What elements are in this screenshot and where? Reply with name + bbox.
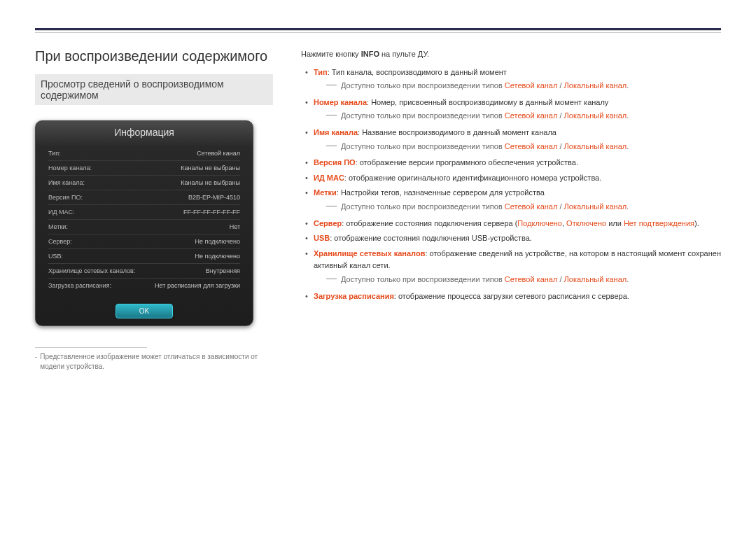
item-version-label: Версия ПО — [314, 158, 356, 167]
item-chname: Имя канала: Название воспроизводимого в … — [301, 127, 721, 153]
footnote-divider — [35, 347, 147, 348]
footnote-text: Представленное изображение может отличат… — [40, 352, 273, 372]
sub-dash-icon: ― — [326, 274, 337, 286]
item-storage-label: Хранилище сетевых каналов — [314, 249, 425, 258]
item-server: Сервер: отображение состояния подключени… — [301, 218, 721, 230]
sub-dash-icon: ― — [326, 141, 337, 153]
description-column: Нажмите кнопку INFO на пульте ДУ. Тип: Т… — [301, 48, 721, 372]
sub-dash-icon: ― — [326, 80, 337, 92]
info-row: Хранилище сетевых каналов:Внутренняя — [48, 263, 240, 278]
item-tags-label: Метки — [314, 188, 337, 197]
info-row: Версия ПО:B2B-EP-MIP-4510 — [48, 190, 240, 204]
info-row-label: ИД MAC: — [48, 209, 75, 216]
item-type-sub: ―Доступно только при воспроизведении тип… — [314, 80, 721, 92]
item-storage: Хранилище сетевых каналов: отображение с… — [301, 248, 721, 286]
info-row-label: Метки: — [48, 223, 68, 230]
item-server-label: Сервер — [314, 219, 342, 227]
header-rule — [35, 28, 721, 31]
info-row-value: Нет расписания для загрузки — [155, 282, 240, 289]
item-usb-label: USB — [314, 234, 330, 242]
page-title: При воспроизведении содержимого — [35, 48, 273, 64]
info-row: USB:Не подключено — [48, 248, 240, 263]
info-row: ИД MAC:FF-FF-FF-FF-FF-FF — [48, 204, 240, 219]
info-row-value: Каналы не выбраны — [181, 179, 240, 186]
info-row-label: Загрузка расписания: — [48, 282, 111, 289]
item-tags-sub: ―Доступно только при воспроизведении тип… — [314, 201, 721, 213]
info-panel-title: Информация — [36, 121, 253, 146]
item-type-text: : Тип канала, воспроизводимого в данный … — [328, 68, 507, 76]
item-type-label: Тип — [314, 68, 328, 76]
intro-post: на пульте ДУ. — [379, 50, 429, 58]
info-row-value: Не подключено — [195, 253, 240, 260]
item-schedule-label: Загрузка расписания — [314, 292, 394, 300]
item-chnum-sub: ―Доступно только при воспроизведении тип… — [314, 110, 721, 122]
description-list: Тип: Тип канала, воспроизводимого в данн… — [301, 66, 721, 303]
info-row-value: FF-FF-FF-FF-FF-FF — [183, 209, 240, 216]
info-row-value: Нет — [230, 223, 240, 230]
info-row-value: B2B-EP-MIP-4510 — [188, 194, 240, 201]
item-usb-text: : отображение состояния подключения USB-… — [330, 234, 532, 242]
footnote-marker: - — [35, 352, 37, 372]
info-row: Загрузка расписания:Нет расписания для з… — [48, 278, 240, 293]
footnote: - Представленное изображение может отлич… — [35, 352, 273, 372]
item-version: Версия ПО: отображение версии программно… — [301, 157, 721, 169]
info-row: Метки:Нет — [48, 219, 240, 234]
sub-dash-icon: ― — [326, 201, 337, 213]
info-row-label: Тип: — [48, 150, 61, 157]
item-storage-sub: ―Доступно только при воспроизведении тип… — [314, 274, 721, 286]
item-chnum-label: Номер канала — [314, 98, 367, 106]
info-row: Номер канала:Каналы не выбраны — [48, 160, 240, 175]
item-tags-text: : Настройки тегов, назначенные сервером … — [337, 188, 545, 197]
intro-bold: INFO — [361, 50, 379, 58]
item-mac: ИД MAC: отображение оригинального иденти… — [301, 172, 721, 185]
info-row-label: Хранилище сетевых каналов: — [48, 267, 135, 274]
intro-line: Нажмите кнопку INFO на пульте ДУ. — [301, 48, 721, 61]
item-tags: Метки: Настройки тегов, назначенные серв… — [301, 187, 721, 213]
info-row: Имя канала:Каналы не выбраны — [48, 175, 240, 190]
info-row-value: Каналы не выбраны — [181, 164, 240, 171]
info-row-label: Сервер: — [48, 238, 72, 245]
item-mac-text: : отображение оригинального идентификаци… — [344, 174, 601, 182]
info-panel: Информация Тип:Сетевой каналНомер канала… — [35, 120, 253, 326]
item-usb: USB: отображение состояния подключения U… — [301, 232, 721, 245]
item-chnum: Номер канала: Номер, присвоенный воспрои… — [301, 97, 721, 122]
intro-pre: Нажмите кнопку — [301, 50, 361, 58]
item-mac-label: ИД MAC — [314, 174, 344, 182]
item-chname-label: Имя канала — [314, 128, 358, 136]
info-panel-body: Тип:Сетевой каналНомер канала:Каналы не … — [36, 146, 253, 300]
info-row: Тип:Сетевой канал — [48, 146, 240, 160]
item-schedule: Загрузка расписания: отображение процесс… — [301, 290, 721, 303]
item-schedule-text: : отображение процесса загрузки сетевого… — [394, 292, 629, 300]
ok-button[interactable]: OK — [115, 304, 173, 318]
item-chnum-text: : Номер, присвоенный воспроизводимому в … — [367, 98, 608, 106]
info-row: Сервер:Не подключено — [48, 234, 240, 248]
item-type: Тип: Тип канала, воспроизводимого в данн… — [301, 66, 721, 92]
sub-dash-icon: ― — [326, 110, 337, 122]
item-chname-sub: ―Доступно только при воспроизведении тип… — [314, 141, 721, 153]
page-subtitle: Просмотр сведений о воспроизводимом соде… — [35, 74, 273, 105]
info-row-label: Номер канала: — [48, 164, 92, 171]
info-row-label: USB: — [48, 253, 63, 260]
info-row-label: Имя канала: — [48, 179, 85, 186]
item-chname-text: : Название воспроизводимого в данный мом… — [358, 128, 556, 136]
info-row-value: Сетевой канал — [197, 150, 240, 157]
info-row-value: Внутренняя — [206, 267, 240, 274]
info-row-value: Не подключено — [195, 238, 240, 245]
item-version-text: : отображение версии программного обеспе… — [356, 158, 578, 167]
info-row-label: Версия ПО: — [48, 194, 83, 201]
